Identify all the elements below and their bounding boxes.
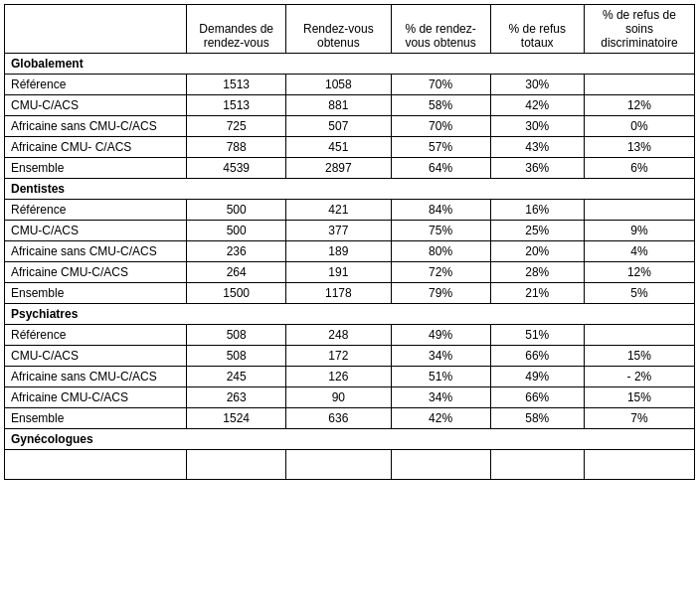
header-row: Demandes de rendez-vous Rendez-vous obte… (5, 5, 695, 54)
cell-demandes: 236 (187, 241, 286, 262)
cell-pct_refus: 66% (490, 346, 584, 367)
section-header-0: Globalement (5, 54, 695, 75)
cell-label: Ensemble (5, 283, 187, 304)
table-container: Demandes de rendez-vous Rendez-vous obte… (0, 0, 699, 484)
cell-pct_rv: 58% (391, 95, 490, 116)
section-title-2: Psychiatres (5, 304, 695, 325)
section-header-2: Psychiatres (5, 304, 695, 325)
col-header-refus: % de refus totaux (490, 5, 584, 54)
cell-pct_refus: 20% (490, 241, 584, 262)
cell-rv: 90 (286, 387, 391, 408)
cell-rv: 1178 (286, 283, 391, 304)
cell-rv: 2897 (286, 158, 391, 179)
cell-disc: 12% (584, 262, 694, 283)
cell-rv: 881 (286, 95, 391, 116)
table-row: Ensemble1500117879%21%5% (5, 283, 695, 304)
section-title-3: Gynécologues (5, 429, 695, 450)
cell-pct_refus: 43% (490, 137, 584, 158)
cell-pct_rv: 51% (391, 367, 490, 387)
cell-rv: 172 (286, 346, 391, 367)
cell-pct_refus: 21% (490, 283, 584, 304)
table-row: CMU-C/ACS151388158%42%12% (5, 95, 695, 116)
cell-demandes: 500 (187, 221, 286, 241)
cell-label: CMU-C/ACS (5, 95, 187, 116)
cell-label: Ensemble (5, 408, 187, 429)
cell-label: Africaine sans CMU-C/ACS (5, 241, 187, 262)
cell-disc: 9% (584, 221, 694, 241)
cell-pct_rv: 57% (391, 137, 490, 158)
empty-row (5, 450, 695, 480)
table-row: CMU-C/ACS50817234%66%15% (5, 346, 695, 367)
cell-disc (584, 325, 694, 346)
table-row: Africaine CMU-C/ACS2639034%66%15% (5, 387, 695, 408)
cell-pct_refus: 25% (490, 221, 584, 241)
cell-pct_refus: 66% (490, 387, 584, 408)
cell-label: Référence (5, 75, 187, 95)
table-row: Ensemble4539289764%36%6% (5, 158, 695, 179)
cell-disc: 5% (584, 283, 694, 304)
section-header-3: Gynécologues (5, 429, 695, 450)
cell-pct_refus: 36% (490, 158, 584, 179)
cell-pct_refus: 30% (490, 75, 584, 95)
cell-rv: 507 (286, 116, 391, 137)
cell-pct_refus: 49% (490, 367, 584, 387)
cell-pct_rv: 42% (391, 408, 490, 429)
cell-disc (584, 75, 694, 95)
cell-pct_rv: 75% (391, 221, 490, 241)
cell-label: Africaine sans CMU-C/ACS (5, 367, 187, 387)
col-header-disc: % de refus de soins discriminatoire (584, 5, 694, 54)
cell-label: Africaine CMU-C/ACS (5, 387, 187, 408)
cell-rv: 377 (286, 221, 391, 241)
cell-pct_refus: 51% (490, 325, 584, 346)
cell-label: CMU-C/ACS (5, 346, 187, 367)
section-title-1: Dentistes (5, 179, 695, 200)
cell-demandes: 725 (187, 116, 286, 137)
cell-disc: 12% (584, 95, 694, 116)
cell-demandes: 508 (187, 346, 286, 367)
section-title-0: Globalement (5, 54, 695, 75)
cell-label: Référence (5, 200, 187, 221)
cell-pct_refus: 58% (490, 408, 584, 429)
cell-label: Africaine sans CMU-C/ACS (5, 116, 187, 137)
cell-pct_rv: 49% (391, 325, 490, 346)
col-header-label (5, 5, 187, 54)
cell-label: Africaine CMU-C/ACS (5, 262, 187, 283)
cell-disc: 15% (584, 346, 694, 367)
cell-demandes: 788 (187, 137, 286, 158)
cell-demandes: 245 (187, 367, 286, 387)
table-row: Référence1513105870%30% (5, 75, 695, 95)
data-table: Demandes de rendez-vous Rendez-vous obte… (4, 4, 695, 480)
cell-rv: 636 (286, 408, 391, 429)
cell-pct_rv: 70% (391, 116, 490, 137)
cell-disc: 13% (584, 137, 694, 158)
cell-disc (584, 200, 694, 221)
cell-disc: 4% (584, 241, 694, 262)
cell-demandes: 4539 (187, 158, 286, 179)
cell-disc: 7% (584, 408, 694, 429)
cell-disc: - 2% (584, 367, 694, 387)
cell-rv: 451 (286, 137, 391, 158)
cell-pct_rv: 72% (391, 262, 490, 283)
cell-pct_refus: 16% (490, 200, 584, 221)
cell-disc: 6% (584, 158, 694, 179)
cell-pct_refus: 28% (490, 262, 584, 283)
table-row: Référence50824849%51% (5, 325, 695, 346)
table-row: CMU-C/ACS50037775%25%9% (5, 221, 695, 241)
table-row: Africaine sans CMU-C/ACS24512651%49%- 2% (5, 367, 695, 387)
cell-demandes: 1500 (187, 283, 286, 304)
table-row: Ensemble152463642%58%7% (5, 408, 695, 429)
cell-pct_rv: 80% (391, 241, 490, 262)
cell-demandes: 508 (187, 325, 286, 346)
cell-rv: 248 (286, 325, 391, 346)
table-row: Africaine sans CMU-C/ACS72550770%30%0% (5, 116, 695, 137)
cell-disc: 15% (584, 387, 694, 408)
cell-rv: 1058 (286, 75, 391, 95)
cell-label: Référence (5, 325, 187, 346)
cell-rv: 191 (286, 262, 391, 283)
cell-pct_rv: 70% (391, 75, 490, 95)
cell-pct_refus: 30% (490, 116, 584, 137)
section-header-1: Dentistes (5, 179, 695, 200)
cell-rv: 126 (286, 367, 391, 387)
cell-pct_rv: 64% (391, 158, 490, 179)
cell-label: CMU-C/ACS (5, 221, 187, 241)
